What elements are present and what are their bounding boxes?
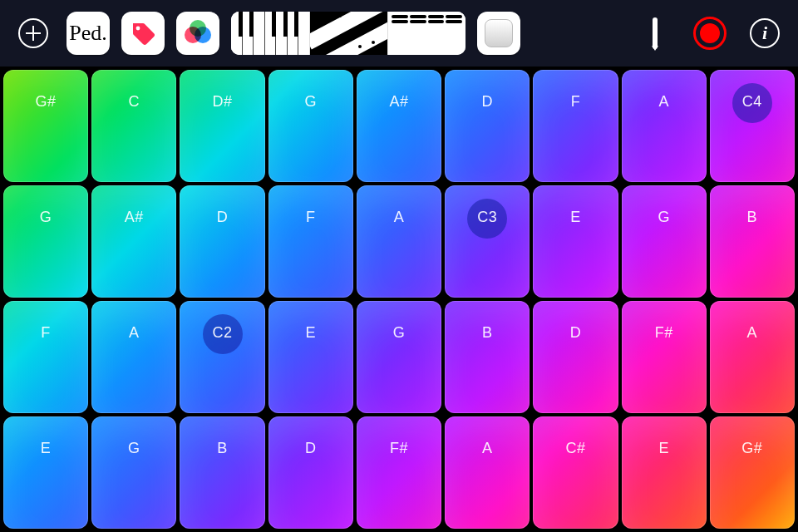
tag-icon [130, 20, 156, 47]
pad-label: G# [3, 93, 88, 111]
pad-label: B [445, 324, 530, 342]
pad-C4[interactable]: C4 [710, 70, 795, 182]
pad-label: B [180, 440, 264, 457]
pad-label: E [3, 440, 88, 457]
pad-label: A [91, 324, 176, 342]
pad-A[interactable]: A [357, 185, 441, 298]
pad-label: B [710, 209, 795, 226]
pad-E[interactable]: E [3, 416, 88, 529]
pad-A[interactable]: A [91, 301, 176, 413]
pad-label: G [357, 324, 441, 342]
venn-icon [183, 18, 213, 48]
pad-label: G [268, 93, 353, 111]
pad-G[interactable]: G [3, 185, 88, 298]
pad-label: G [91, 440, 176, 457]
pad-Dsharp[interactable]: D# [180, 70, 264, 182]
pad-label: E [533, 209, 618, 226]
pad-D[interactable]: D [533, 301, 618, 413]
pad-label: C3 [445, 209, 530, 226]
pad-Fsharp[interactable]: F# [357, 416, 441, 529]
pad-E[interactable]: E [268, 301, 353, 413]
pad-D[interactable]: D [445, 70, 530, 182]
pad-label: C4 [710, 93, 795, 111]
color-button[interactable] [176, 12, 219, 55]
pad-A[interactable]: A [622, 70, 707, 182]
pad-C2[interactable]: C2 [180, 301, 264, 413]
pad-label: D [445, 93, 530, 111]
pad-label: D [533, 324, 618, 342]
pad-label: F# [622, 324, 707, 342]
pad-label: A [622, 93, 707, 111]
pad-B[interactable]: B [710, 185, 795, 298]
pad-Csharp[interactable]: C# [533, 416, 618, 529]
pad-Asharp[interactable]: A# [357, 70, 441, 182]
pad-label: C [91, 93, 176, 111]
square-icon [485, 19, 513, 47]
pad-D[interactable]: D [180, 185, 264, 298]
pad-label: G [3, 209, 88, 226]
toggle-button[interactable] [477, 12, 520, 55]
pad-E[interactable]: E [622, 416, 707, 529]
pad-label: D# [180, 93, 264, 111]
info-button[interactable]: i [743, 12, 786, 55]
pad-label: A [710, 324, 795, 342]
pad-F[interactable]: F [3, 301, 88, 413]
pad-Gsharp[interactable]: G# [3, 70, 88, 182]
pedal-icon: Ped. [69, 21, 107, 46]
add-button[interactable] [12, 12, 55, 55]
tag-button[interactable] [121, 12, 165, 55]
pad-label: G [622, 209, 707, 226]
pad-G[interactable]: G [622, 185, 707, 298]
pad-B[interactable]: B [180, 416, 264, 529]
pad-Asharp[interactable]: A# [91, 185, 176, 298]
plus-icon [18, 18, 48, 48]
pad-label: G# [710, 440, 795, 457]
pad-D[interactable]: D [268, 416, 353, 529]
pad-G[interactable]: G [268, 70, 353, 182]
pad-label: E [622, 440, 707, 457]
pad-label: D [180, 209, 264, 226]
pad-label: F# [357, 440, 441, 457]
pad-A[interactable]: A [710, 301, 795, 413]
pad-G[interactable]: G [357, 301, 441, 413]
record-button[interactable] [688, 12, 732, 55]
pad-F[interactable]: F [268, 185, 353, 298]
pad-label: F [533, 93, 618, 111]
pad-label: F [268, 209, 353, 226]
toolbar: Ped. [0, 0, 798, 66]
pad-grid: G#CD#GA#DFAC4GA#DFAC3EGBFAC2EGBDF#AEGBDF… [0, 66, 798, 532]
pencil-icon [653, 17, 658, 49]
pad-Fsharp[interactable]: F# [622, 301, 707, 413]
pad-A[interactable]: A [445, 416, 530, 529]
pad-G[interactable]: G [91, 416, 176, 529]
svg-point-0 [136, 27, 140, 31]
pad-area: G#CD#GA#DFAC4GA#DFAC3EGBFAC2EGBDF#AEGBDF… [0, 66, 798, 532]
layout-mode-selector [231, 12, 466, 55]
record-icon [693, 17, 727, 50]
pad-C3[interactable]: C3 [445, 185, 530, 298]
mode-keyboard[interactable] [231, 12, 309, 55]
pad-Gsharp[interactable]: G# [710, 416, 795, 529]
mode-ribbon[interactable] [309, 12, 387, 55]
pad-label: A [445, 440, 530, 457]
pad-label: C2 [180, 324, 264, 342]
pad-label: D [268, 440, 353, 457]
pad-label: A# [357, 93, 441, 111]
tool-button[interactable] [633, 12, 677, 55]
pad-label: A [357, 209, 441, 226]
keyboard-icon [231, 12, 309, 55]
pad-E[interactable]: E [533, 185, 618, 298]
pad-label: C# [533, 440, 618, 457]
pad-F[interactable]: F [533, 70, 618, 182]
pad-label: E [268, 324, 353, 342]
pad-label: A# [91, 209, 176, 226]
pad-label: F [3, 324, 88, 342]
mode-grid[interactable] [387, 12, 466, 55]
info-icon: i [750, 18, 780, 48]
pad-C[interactable]: C [91, 70, 176, 182]
pedal-button[interactable]: Ped. [66, 12, 110, 55]
grid-icon [388, 12, 466, 27]
pad-B[interactable]: B [445, 301, 530, 413]
